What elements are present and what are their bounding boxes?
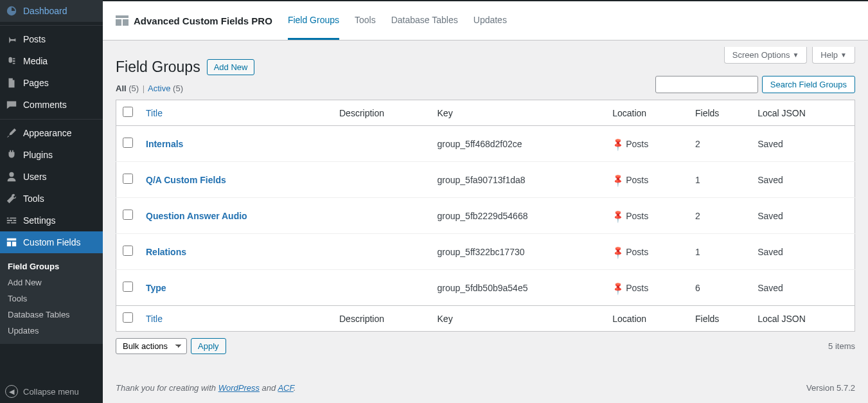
sidebar-item-custom-fields[interactable]: Custom Fields	[0, 231, 103, 253]
sidebar-item-tools[interactable]: Tools	[0, 188, 103, 210]
page-icon	[5, 76, 18, 89]
row-title-link[interactable]: Question Answer Audio	[146, 211, 247, 221]
col-key: Key	[431, 100, 607, 126]
topnav-updates[interactable]: Updates	[474, 2, 507, 40]
sidebar-item-label: Users	[23, 172, 47, 182]
row-location: 📌Posts	[606, 162, 689, 198]
submenu-updates[interactable]: Updates	[0, 323, 103, 339]
media-icon	[5, 55, 18, 67]
col-title[interactable]: Title	[146, 108, 163, 118]
sidebar-item-label: Comments	[23, 100, 67, 110]
row-checkbox[interactable]	[123, 246, 133, 256]
row-key: group_5fb2229d54668	[431, 198, 607, 234]
acf-link[interactable]: ACF	[278, 383, 293, 393]
table-row: Question Answer Audiogroup_5fb2229d54668…	[116, 198, 855, 234]
row-json: Saved	[751, 126, 855, 162]
svg-rect-0	[116, 15, 128, 18]
row-key: group_5fdb50b9a54e5	[431, 270, 607, 306]
col-location: Location	[606, 100, 689, 126]
submenu-field-groups[interactable]: Field Groups	[0, 258, 103, 274]
col-local-json-footer: Local JSON	[751, 306, 855, 332]
row-fields: 2	[689, 126, 751, 162]
svg-rect-2	[123, 19, 128, 26]
sidebar-item-comments[interactable]: Comments	[0, 94, 103, 116]
pin-icon: 📌	[610, 244, 625, 259]
topnav-database-tables[interactable]: Database Tables	[391, 2, 458, 40]
search-box: Search Field Groups	[655, 76, 855, 93]
submenu-database-tables[interactable]: Database Tables	[0, 307, 103, 323]
screen-options-button[interactable]: Screen Options ▼	[724, 47, 808, 64]
pin-icon: 📌	[610, 280, 625, 295]
sidebar-item-label: Dashboard	[23, 6, 67, 16]
admin-footer: Thank you for creating with WordPress an…	[103, 367, 868, 402]
sidebar-item-pages[interactable]: Pages	[0, 72, 103, 94]
screen-meta: Screen Options ▼ Help ▼	[724, 47, 855, 64]
dashboard-icon	[5, 4, 18, 17]
sidebar-item-media[interactable]: Media	[0, 50, 103, 72]
row-description	[333, 162, 431, 198]
row-title-link[interactable]: Q/A Custom Fields	[146, 175, 226, 185]
topnav-field-groups[interactable]: Field Groups	[288, 2, 339, 40]
search-input[interactable]	[655, 76, 758, 93]
sidebar-item-users[interactable]: Users	[0, 166, 103, 188]
help-button[interactable]: Help ▼	[812, 47, 855, 64]
sliders-icon	[5, 214, 18, 227]
brush-icon	[5, 127, 18, 139]
row-checkbox[interactable]	[123, 282, 133, 292]
apply-button[interactable]: Apply	[191, 338, 226, 354]
row-location: 📌Posts	[606, 126, 689, 162]
wordpress-link[interactable]: WordPress	[218, 383, 260, 393]
select-all-checkbox-footer[interactable]	[123, 312, 133, 323]
row-json: Saved	[751, 234, 855, 270]
sidebar-submenu: Field Groups Add New Tools Database Tabl…	[0, 253, 103, 344]
row-json: Saved	[751, 270, 855, 306]
svg-rect-1	[116, 19, 121, 26]
pin-icon: 📌	[610, 208, 625, 223]
field-groups-table: Title Description Key Location Fields Lo…	[116, 100, 855, 332]
sidebar-item-label: Tools	[23, 193, 44, 204]
table-row: Typegroup_5fdb50b9a54e5📌Posts6Saved	[116, 270, 855, 306]
row-checkbox[interactable]	[123, 210, 133, 220]
collapse-icon: ◀	[5, 385, 18, 398]
row-title-link[interactable]: Type	[146, 283, 166, 293]
version-text: Version 5.7.2	[806, 383, 855, 393]
sidebar-item-appearance[interactable]: Appearance	[0, 122, 103, 144]
row-location: 📌Posts	[606, 234, 689, 270]
user-icon	[5, 170, 18, 183]
bulk-action-select[interactable]: Bulk actions	[116, 338, 187, 354]
layout-icon	[5, 236, 18, 249]
row-title-link[interactable]: Internals	[146, 139, 183, 149]
col-location-footer: Location	[606, 306, 689, 332]
col-description: Description	[333, 100, 431, 126]
sidebar-item-label: Pages	[23, 78, 49, 88]
topnav-tools[interactable]: Tools	[355, 2, 376, 40]
row-checkbox[interactable]	[123, 138, 133, 148]
search-button[interactable]: Search Field Groups	[762, 76, 855, 93]
submenu-tools[interactable]: Tools	[0, 291, 103, 307]
row-description	[333, 126, 431, 162]
sidebar-item-label: Appearance	[23, 128, 72, 138]
acf-topbar: Advanced Custom Fields PRO Field Groups …	[103, 1, 868, 40]
row-description	[333, 198, 431, 234]
sidebar-item-dashboard[interactable]: Dashboard	[0, 0, 103, 22]
sidebar-item-settings[interactable]: Settings	[0, 210, 103, 231]
pin-icon	[5, 33, 18, 46]
table-row: Q/A Custom Fieldsgroup_5fa90713f1da8📌Pos…	[116, 162, 855, 198]
row-checkbox[interactable]	[123, 174, 133, 184]
add-new-button[interactable]: Add New	[207, 59, 255, 75]
select-all-checkbox[interactable]	[123, 107, 133, 117]
submenu-add-new[interactable]: Add New	[0, 274, 103, 291]
collapse-menu[interactable]: ◀ Collapse menu	[0, 380, 103, 403]
row-title-link[interactable]: Relations	[146, 247, 186, 257]
filter-all[interactable]: All	[116, 84, 127, 93]
sidebar-item-plugins[interactable]: Plugins	[0, 144, 103, 166]
row-description	[333, 270, 431, 306]
col-title-footer[interactable]: Title	[146, 314, 163, 324]
filter-active[interactable]: Active	[148, 84, 170, 93]
row-json: Saved	[751, 162, 855, 198]
chevron-down-icon: ▼	[840, 51, 847, 58]
table-row: Internalsgroup_5ff468d2f02ce📌Posts2Saved	[116, 126, 855, 162]
sidebar-item-posts[interactable]: Posts	[0, 28, 103, 50]
acf-topnav: Field Groups Tools Database Tables Updat…	[288, 2, 507, 40]
row-json: Saved	[751, 198, 855, 234]
